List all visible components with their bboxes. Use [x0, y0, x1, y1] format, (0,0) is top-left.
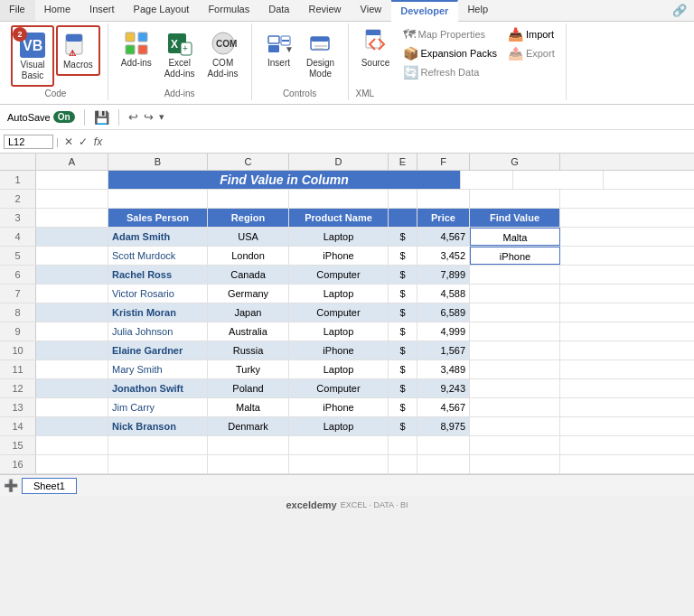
cell-d15[interactable] [289, 436, 389, 454]
cell-b16[interactable] [108, 455, 208, 473]
cell-g16[interactable] [470, 455, 560, 473]
find-value-cell-empty[interactable] [470, 303, 560, 322]
cell-f16[interactable] [417, 455, 470, 473]
add-sheet-button[interactable]: ➕ [4, 479, 18, 492]
cell-a5[interactable] [36, 247, 108, 265]
cell-dollar-11[interactable]: $ [389, 360, 417, 378]
cell-name-11[interactable]: Mary Smith [108, 360, 208, 378]
cancel-formula-icon[interactable]: ✕ [64, 135, 73, 148]
cell-d16[interactable] [289, 455, 389, 473]
cell-price-4[interactable]: 4,567 [417, 228, 470, 246]
cell-region-4[interactable]: USA [208, 228, 289, 246]
cell-product-7[interactable]: Laptop [289, 285, 389, 303]
cell-price-10[interactable]: 1,567 [417, 341, 470, 359]
find-value-cell[interactable]: iPhone [470, 247, 560, 265]
cell-product-6[interactable]: Computer [289, 266, 389, 284]
cell-dollar-8[interactable]: $ [389, 303, 417, 322]
cell-price-9[interactable]: 4,999 [417, 322, 470, 341]
cell-a4[interactable] [36, 228, 108, 246]
cell-price-11[interactable]: 3,489 [417, 360, 470, 378]
cell-region-12[interactable]: Poland [208, 379, 289, 397]
sheet-tab-1[interactable]: Sheet1 [22, 478, 77, 494]
cell-name-5[interactable]: Scott Murdock [108, 247, 208, 265]
import-button[interactable]: 📥 Import [504, 25, 558, 43]
cell-f15[interactable] [417, 436, 470, 454]
col-header-b[interactable]: B [108, 154, 208, 170]
design-mode-button[interactable]: DesignMode [301, 25, 341, 83]
macros-button[interactable]: ⚠ Macros [56, 25, 100, 76]
col-header-e[interactable]: E [389, 154, 417, 170]
undo-button[interactable]: ↩ [128, 110, 138, 124]
autosave-toggle[interactable]: On [53, 111, 75, 123]
insert-control-button[interactable]: ▼ Insert [259, 25, 299, 72]
cell-region-9[interactable]: Australia [208, 322, 289, 341]
map-properties-button[interactable]: 🗺 Map Properties [399, 25, 501, 43]
save-icon[interactable]: 💾 [94, 110, 109, 125]
cell-dollar-4[interactable]: $ [389, 228, 417, 246]
cell-b2[interactable] [108, 190, 208, 208]
cell-region-7[interactable]: Germany [208, 285, 289, 303]
cell-b15[interactable] [108, 436, 208, 454]
cell-a13[interactable] [36, 398, 108, 416]
cell-price-8[interactable]: 6,589 [417, 303, 470, 322]
find-value-cell-empty[interactable] [470, 266, 560, 284]
tab-home[interactable]: Home [35, 0, 80, 21]
cell-a3[interactable] [36, 209, 108, 227]
cell-c2[interactable] [208, 190, 289, 208]
cell-product-4[interactable]: Laptop [289, 228, 389, 246]
cell-c16[interactable] [208, 455, 289, 473]
tab-review[interactable]: Review [299, 0, 351, 21]
confirm-formula-icon[interactable]: ✓ [79, 135, 88, 148]
cell-dollar-13[interactable]: $ [389, 398, 417, 416]
tab-page-layout[interactable]: Page Layout [125, 0, 200, 21]
cell-dollar-7[interactable]: $ [389, 285, 417, 303]
cell-name-4[interactable]: Adam Smith [108, 228, 208, 246]
cell-region-14[interactable]: Denmark [208, 417, 289, 435]
col-header-d[interactable]: D [289, 154, 389, 170]
cell-f2[interactable] [417, 190, 470, 208]
cell-region-11[interactable]: Turky [208, 360, 289, 378]
cell-g2[interactable] [470, 190, 560, 208]
cell-dollar-6[interactable]: $ [389, 266, 417, 284]
cell-product-8[interactable]: Computer [289, 303, 389, 322]
cell-a10[interactable] [36, 341, 108, 359]
col-header-a[interactable]: A [36, 154, 108, 170]
name-box[interactable] [4, 135, 53, 149]
export-button[interactable]: 📤 Export [504, 44, 558, 62]
cell-a1[interactable] [36, 171, 108, 189]
refresh-data-button[interactable]: 🔄 Refresh Data [399, 63, 501, 81]
cell-name-9[interactable]: Julia Johnson [108, 322, 208, 341]
cell-a15[interactable] [36, 436, 108, 454]
cell-dollar-9[interactable]: $ [389, 322, 417, 341]
cell-price-13[interactable]: 4,567 [417, 398, 470, 416]
source-button[interactable]: Source [356, 25, 396, 72]
cell-a8[interactable] [36, 303, 108, 322]
quick-access-arrow[interactable]: ▾ [159, 111, 164, 123]
com-addins-button[interactable]: COM COMAdd-ins [202, 25, 244, 83]
cell-price-7[interactable]: 4,588 [417, 285, 470, 303]
cell-product-9[interactable]: Laptop [289, 322, 389, 341]
cell-product-5[interactable]: iPhone [289, 247, 389, 265]
cell-product-14[interactable]: Laptop [289, 417, 389, 435]
tab-file[interactable]: File [0, 0, 35, 21]
expansion-packs-button[interactable]: 📦 Expansion Packs [399, 44, 501, 62]
cell-price-12[interactable]: 9,243 [417, 379, 470, 397]
find-value-cell-empty[interactable] [470, 285, 560, 303]
cell-product-12[interactable]: Computer [289, 379, 389, 397]
col-header-c[interactable]: C [208, 154, 289, 170]
addins-button[interactable]: Add-ins [116, 25, 157, 72]
cell-g15[interactable] [470, 436, 560, 454]
find-value-cell-empty[interactable] [470, 398, 560, 416]
tab-insert[interactable]: Insert [80, 0, 125, 21]
cell-dollar-10[interactable]: $ [389, 341, 417, 359]
tab-view[interactable]: View [352, 0, 392, 21]
cell-name-12[interactable]: Jonathon Swift [108, 379, 208, 397]
cell-a14[interactable] [36, 417, 108, 435]
cell-name-14[interactable]: Nick Branson [108, 417, 208, 435]
cell-f1[interactable] [461, 171, 513, 189]
cell-product-13[interactable]: iPhone [289, 398, 389, 416]
cell-name-6[interactable]: Rachel Ross [108, 266, 208, 284]
cell-a11[interactable] [36, 360, 108, 378]
cell-d2[interactable] [289, 190, 389, 208]
cell-product-10[interactable]: iPhone [289, 341, 389, 359]
